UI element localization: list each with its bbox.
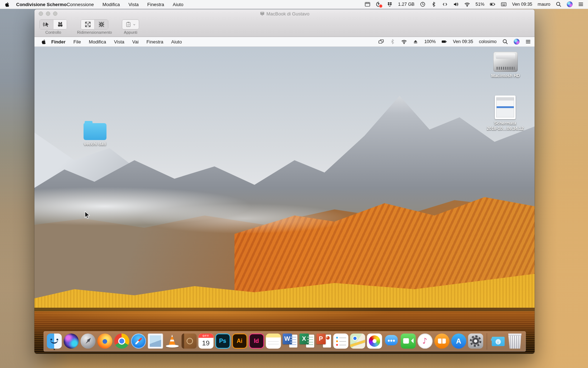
observe-mode-button[interactable]: [53, 20, 67, 29]
host-user[interactable]: mauro: [538, 2, 550, 7]
dock-item-launchpad[interactable]: [80, 334, 95, 349]
photos-icon: [367, 334, 382, 349]
appstore-icon: [451, 334, 466, 349]
window-toolbar: Controllo Ridimensionamento: [34, 18, 535, 37]
script-editor-icon[interactable]: [442, 1, 448, 7]
dock-item-notes[interactable]: [266, 334, 281, 349]
siri-icon[interactable]: [514, 39, 520, 45]
spotlight-icon[interactable]: [502, 39, 508, 45]
wifi-icon[interactable]: [464, 1, 470, 7]
remote-menu-aiuto[interactable]: Aiuto: [171, 39, 182, 45]
screen-sharing-window: MacBook di Gustavo: [34, 9, 535, 354]
host-menu-vista[interactable]: Vista: [128, 2, 139, 7]
remote-app-menu[interactable]: Finder: [51, 39, 66, 45]
host-status-icons: 1.27 GB51%Ven 09:35mauro: [365, 1, 584, 7]
dock-item-indesign[interactable]: Id: [249, 334, 264, 349]
dock-item-maps[interactable]: [350, 334, 365, 349]
battery-icon[interactable]: [490, 1, 495, 7]
displays-icon[interactable]: [378, 39, 384, 45]
bluetooth-icon[interactable]: [390, 39, 395, 45]
dock-item-illustrator[interactable]: Ai: [232, 334, 247, 349]
dock-item-siri[interactable]: [63, 334, 79, 349]
host-menu-finestra[interactable]: Finestra: [147, 2, 164, 7]
dock-item-vlc[interactable]: [165, 334, 180, 349]
dock-item-safari[interactable]: [131, 334, 146, 349]
notification-center-icon[interactable]: [525, 39, 531, 45]
host-menu-aiuto[interactable]: Aiuto: [173, 2, 184, 7]
itunes-icon: [417, 334, 432, 349]
host-memory-usage[interactable]: 1.27 GB: [398, 2, 414, 7]
screen-sharing-icon[interactable]: [376, 1, 381, 7]
shrink-button[interactable]: [95, 20, 108, 29]
dock-item-facetime[interactable]: [400, 334, 416, 349]
dock-item-firefox[interactable]: [97, 334, 112, 349]
screenshot-label-line2: 2018-10…09.34.12: [487, 126, 524, 131]
screenshot-file-icon[interactable]: Schermata 2018-10…09.34.12: [484, 96, 527, 131]
dock-item-sysprefs[interactable]: [468, 334, 483, 349]
dock-item-calendar[interactable]: OTT19: [198, 334, 213, 349]
messages-icon: [384, 334, 399, 349]
host-app-menu[interactable]: Condivisione Schermo: [16, 2, 67, 7]
dock-item-photoshop[interactable]: Ps: [215, 334, 230, 349]
remote-menu-vai[interactable]: Vai: [132, 39, 139, 45]
dropbox-icon[interactable]: [387, 1, 393, 7]
host-menu-modifica[interactable]: Modifica: [103, 2, 120, 7]
macintosh-hd-icon[interactable]: Macintosh HD: [486, 52, 525, 79]
clipboard-button[interactable]: [122, 19, 139, 29]
bluetooth-icon[interactable]: [431, 1, 437, 7]
dock-item-appstore[interactable]: [451, 334, 466, 349]
dock-item-messages[interactable]: [384, 334, 399, 349]
remote-clock[interactable]: Ven 09:35: [453, 39, 473, 44]
window-titlebar[interactable]: MacBook di Gustavo: [34, 9, 535, 18]
dock-item-contacts[interactable]: [181, 334, 196, 349]
remote-apple-menu-icon[interactable]: [41, 39, 46, 45]
host-clock[interactable]: Ven 09:35: [512, 2, 532, 7]
apple-menu-icon[interactable]: [4, 2, 10, 7]
close-button[interactable]: [39, 11, 43, 16]
dock-item-finder[interactable]: [47, 334, 62, 349]
input-source-icon[interactable]: [501, 1, 507, 7]
wifi-icon[interactable]: [401, 39, 407, 45]
dock-item-trash[interactable]: [507, 334, 522, 349]
vecchi-dati-folder[interactable]: vecchi dati: [72, 121, 118, 147]
dock-item-chrome[interactable]: [114, 334, 129, 349]
dock-item-reminders[interactable]: [333, 334, 348, 349]
screen-sharing-doc-icon: [260, 11, 265, 16]
vecchi-dati-label: vecchi dati: [84, 141, 106, 147]
eject-icon[interactable]: [413, 39, 418, 45]
photoshop-glyph: Ps: [216, 334, 229, 348]
remote-menu-finestra[interactable]: Finestra: [147, 39, 163, 45]
notification-center-icon[interactable]: [578, 1, 584, 7]
dock-item-downloads[interactable]: [490, 334, 506, 349]
battery-icon[interactable]: [441, 39, 447, 45]
word-icon: W: [283, 334, 298, 349]
dock-item-books[interactable]: [434, 334, 449, 349]
screenshot-thumbnail: [495, 96, 516, 119]
remote-menu-modifica[interactable]: Modifica: [89, 39, 106, 45]
control-mode-button[interactable]: [40, 20, 53, 29]
spotlight-icon[interactable]: [556, 1, 561, 7]
dock-item-powerpoint[interactable]: P: [316, 334, 331, 349]
remote-user[interactable]: colosimo: [479, 39, 497, 44]
remote-menu-file[interactable]: File: [74, 39, 81, 45]
host-battery-percent[interactable]: 51%: [475, 2, 484, 7]
trash-icon: [507, 334, 522, 349]
host-menu-connessione[interactable]: Connessione: [67, 2, 94, 7]
remote-menu-vista[interactable]: Vista: [114, 39, 124, 45]
time-machine-icon[interactable]: [420, 1, 426, 7]
dock-item-word[interactable]: W: [283, 334, 298, 349]
dock-item-mail[interactable]: [148, 334, 163, 349]
hard-drive-icon: [493, 52, 518, 72]
minimize-button[interactable]: [46, 11, 50, 16]
expand-button[interactable]: [81, 20, 95, 29]
zoom-button[interactable]: [53, 11, 57, 16]
volume-icon[interactable]: [453, 1, 459, 7]
dock-item-excel[interactable]: X: [299, 334, 314, 349]
folder-icon: [84, 123, 106, 140]
remote-battery-percent[interactable]: 100%: [424, 39, 436, 44]
appunti-label: Appunti: [124, 30, 137, 34]
window-grid-icon[interactable]: [365, 1, 370, 7]
dock-item-photos[interactable]: [367, 334, 382, 349]
dock-item-itunes[interactable]: [417, 334, 432, 349]
siri-icon[interactable]: [567, 1, 573, 7]
